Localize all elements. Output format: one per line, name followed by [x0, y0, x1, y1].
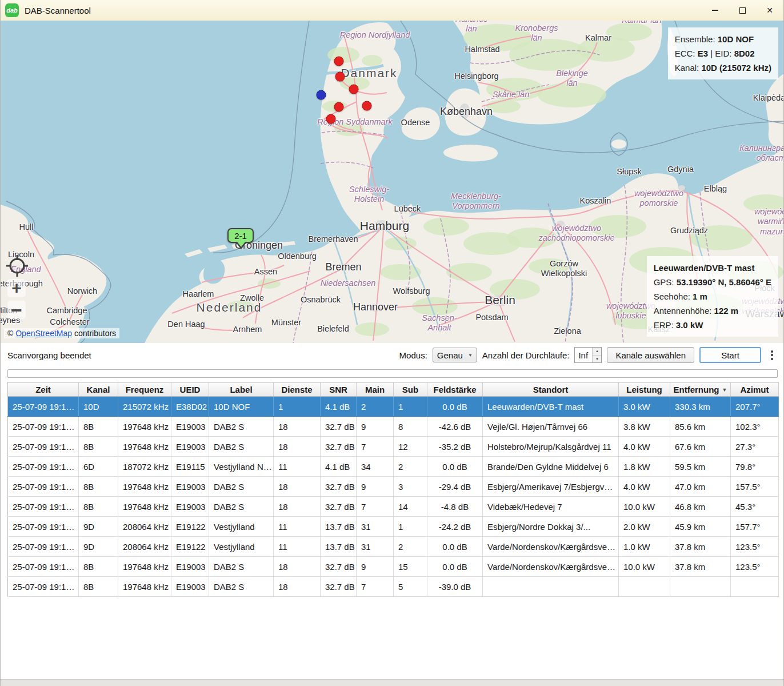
- table-cell[interactable]: 9D: [79, 537, 118, 557]
- table-cell[interactable]: 27.3°: [731, 437, 779, 457]
- column-header-entfernung[interactable]: Entfernung▼: [670, 382, 731, 397]
- table-cell[interactable]: 25-07-09 19:14:16: [8, 477, 79, 497]
- map[interactable]: LincolnEnglandHullPeterboroughNorwichCam…: [1, 21, 784, 343]
- table-cell[interactable]: 8B: [79, 497, 118, 517]
- table-cell[interactable]: 9D: [79, 517, 118, 537]
- table-cell[interactable]: 187072 kHz: [118, 457, 171, 477]
- table-cell[interactable]: 9: [357, 417, 394, 437]
- table-cell[interactable]: 8B: [79, 437, 118, 457]
- zoom-in-button[interactable]: +: [7, 279, 26, 297]
- map-marker-red[interactable]: [362, 101, 372, 111]
- table-cell[interactable]: 67.6 km: [670, 437, 731, 457]
- table-cell[interactable]: -29.4 dB: [427, 477, 483, 497]
- table-cell[interactable]: 18: [274, 577, 321, 597]
- table-cell[interactable]: 25-07-09 19:14:16: [8, 497, 79, 517]
- table-cell[interactable]: 10.0 kW: [619, 497, 670, 517]
- table-cell[interactable]: 3.8 kW: [619, 417, 670, 437]
- table-cell[interactable]: 197648 kHz: [118, 497, 171, 517]
- table-cell[interactable]: Leeuwarden/DVB-T mast: [483, 397, 619, 417]
- table-cell[interactable]: 15: [394, 557, 427, 577]
- table-cell[interactable]: 1.0 kW: [619, 537, 670, 557]
- table-cell[interactable]: 2: [357, 397, 394, 417]
- table-cell[interactable]: 18: [274, 497, 321, 517]
- table-cell[interactable]: -24.2 dB: [427, 517, 483, 537]
- table-cell[interactable]: 1: [394, 517, 427, 537]
- column-header-standort[interactable]: Standort: [483, 382, 619, 397]
- column-header-zeit[interactable]: Zeit: [8, 382, 79, 397]
- table-cell[interactable]: 32.7 dB: [321, 477, 357, 497]
- table-cell[interactable]: [483, 577, 619, 597]
- table-cell[interactable]: 13.7 dB: [321, 537, 357, 557]
- table-cell[interactable]: Vestjylland Nord: [209, 457, 274, 477]
- table-cell[interactable]: [731, 577, 779, 597]
- table-cell[interactable]: 59.5 km: [670, 457, 731, 477]
- table-row[interactable]: 25-07-09 19:14:168B197648 kHzE19003DAB2 …: [8, 577, 779, 597]
- table-cell[interactable]: 18: [274, 437, 321, 457]
- close-button[interactable]: ✕: [756, 0, 783, 21]
- maximize-button[interactable]: [729, 0, 756, 21]
- table-cell[interactable]: E19003: [171, 417, 209, 437]
- table-row[interactable]: 25-07-09 19:14:559D208064 kHzE19122Vestj…: [8, 517, 779, 537]
- table-row[interactable]: 25-07-09 19:13:326D187072 kHzE19115Vestj…: [8, 457, 779, 477]
- table-cell[interactable]: E19003: [171, 477, 209, 497]
- table-cell[interactable]: 25-07-09 19:14:16: [8, 437, 79, 457]
- table-cell[interactable]: 45.9 km: [670, 517, 731, 537]
- table-cell[interactable]: 45.3°: [731, 497, 779, 517]
- table-row[interactable]: 25-07-09 19:14:168B197648 kHzE19003DAB2 …: [8, 557, 779, 577]
- column-header-feldstärke[interactable]: Feldstärke: [427, 382, 483, 397]
- column-header-kanal[interactable]: Kanal: [79, 382, 118, 397]
- table-cell[interactable]: -42.6 dB: [427, 417, 483, 437]
- table-cell[interactable]: 197648 kHz: [118, 577, 171, 597]
- table-cell[interactable]: 25-07-09 19:14:55: [8, 537, 79, 557]
- table-cell[interactable]: 102.3°: [731, 417, 779, 437]
- minimize-button[interactable]: [701, 0, 729, 21]
- table-cell[interactable]: 79.8°: [731, 457, 779, 477]
- table-cell[interactable]: 157.5°: [731, 477, 779, 497]
- table-cell[interactable]: 31: [357, 517, 394, 537]
- table-cell[interactable]: E19122: [171, 537, 209, 557]
- table-cell[interactable]: 10.0 kW: [619, 557, 670, 577]
- marker-bubble[interactable]: 2-1: [227, 228, 254, 243]
- table-row[interactable]: 25-07-09 19:14:168B197648 kHzE19003DAB2 …: [8, 497, 779, 517]
- zoom-out-button[interactable]: −: [7, 301, 26, 319]
- table-cell[interactable]: 4.0 kW: [619, 477, 670, 497]
- table-cell[interactable]: Vestjylland: [209, 517, 274, 537]
- osm-link[interactable]: OpenStreetMap: [15, 329, 72, 338]
- table-cell[interactable]: 25-07-09 19:14:55: [8, 517, 79, 537]
- table-cell[interactable]: 37.8 km: [670, 537, 731, 557]
- column-header-dienste[interactable]: Dienste: [274, 382, 321, 397]
- table-cell[interactable]: 7: [357, 497, 394, 517]
- overflow-menu-icon[interactable]: [767, 348, 777, 362]
- table-cell[interactable]: 8B: [79, 577, 118, 597]
- table-cell[interactable]: 25-07-09 19:14:16: [8, 577, 79, 597]
- table-cell[interactable]: 0.0 dB: [427, 537, 483, 557]
- table-cell[interactable]: 8B: [79, 557, 118, 577]
- table-cell[interactable]: 123.5°: [731, 537, 779, 557]
- table-cell[interactable]: 11: [274, 537, 321, 557]
- table-cell[interactable]: 37.8 km: [670, 557, 731, 577]
- table-cell[interactable]: 10D NOF: [209, 397, 274, 417]
- table-cell[interactable]: 11: [274, 457, 321, 477]
- table-cell[interactable]: 2: [394, 457, 427, 477]
- table-cell[interactable]: 32.7 dB: [321, 417, 357, 437]
- column-header-main[interactable]: Main: [357, 382, 394, 397]
- spin-up-icon[interactable]: ▲: [593, 348, 601, 356]
- table-cell[interactable]: DAB2 S: [209, 577, 274, 597]
- table-cell[interactable]: DAB2 S: [209, 557, 274, 577]
- modus-select[interactable]: Genau ▼: [433, 348, 477, 362]
- table-cell[interactable]: 197648 kHz: [118, 557, 171, 577]
- table-cell[interactable]: 25-07-09 19:14:16: [8, 557, 79, 577]
- table-cell[interactable]: 1: [394, 397, 427, 417]
- table-cell[interactable]: 1.8 kW: [619, 457, 670, 477]
- column-header-frequenz[interactable]: Frequenz: [118, 382, 171, 397]
- table-row[interactable]: 25-07-09 19:14:168B197648 kHzE19003DAB2 …: [8, 417, 779, 437]
- table-cell[interactable]: 32.7 dB: [321, 497, 357, 517]
- table-cell[interactable]: 11: [274, 517, 321, 537]
- table-cell[interactable]: 2.0 kW: [619, 517, 670, 537]
- table-cell[interactable]: 12: [394, 437, 427, 457]
- table-cell[interactable]: Varde/Nordenskov/Kærgårdsvej ...: [483, 537, 619, 557]
- table-cell[interactable]: Brande/Den Gyldne Middelvej 6: [483, 457, 619, 477]
- table-cell[interactable]: E19003: [171, 577, 209, 597]
- map-marker-red[interactable]: [326, 114, 336, 124]
- table-cell[interactable]: 197648 kHz: [118, 417, 171, 437]
